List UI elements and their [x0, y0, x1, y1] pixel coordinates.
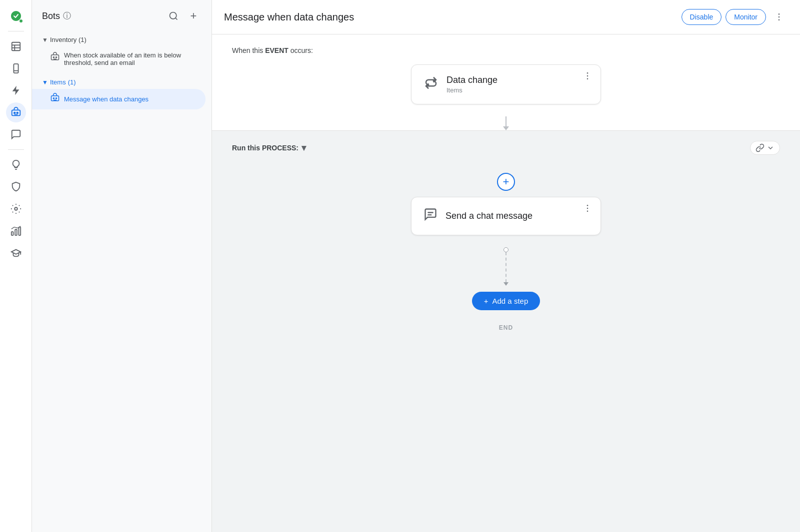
add-step-plus-icon: + [484, 297, 488, 305]
items-arrow-icon: ▼ [42, 79, 48, 86]
svg-rect-11 [15, 229, 17, 235]
inventory-bot-label: When stock available of an item is below… [64, 51, 202, 66]
event-card-menu[interactable] [582, 71, 592, 83]
tree-section-inventory: ▼ Inventory (1) When stock available of … [32, 30, 212, 72]
event-section-label: When this EVENT occurs: [232, 46, 780, 54]
svg-rect-4 [14, 64, 18, 73]
svg-point-25 [778, 19, 780, 21]
connector-line [506, 116, 506, 126]
event-card-title: Data change [446, 75, 590, 85]
end-label: END [499, 324, 513, 331]
nav-lightning-icon[interactable] [6, 80, 26, 100]
chat-message-icon [424, 207, 438, 225]
process-flow: + [232, 163, 780, 331]
svg-point-17 [56, 57, 57, 58]
status-badge [19, 19, 23, 23]
svg-rect-10 [11, 232, 13, 235]
main-actions: Disable Monitor [682, 8, 788, 26]
event-card[interactable]: Data change Items [411, 64, 601, 104]
nav-bots-icon[interactable] [6, 102, 26, 122]
svg-rect-0 [12, 42, 20, 51]
tree-group-inventory[interactable]: ▼ Inventory (1) [32, 32, 212, 47]
sidebar-actions: + [166, 8, 202, 24]
arrow-down-icon: ▼ [42, 36, 48, 43]
info-icon: ⓘ [63, 11, 71, 21]
svg-point-8 [16, 112, 18, 114]
svg-point-31 [587, 208, 588, 209]
canvas: When this EVENT occurs: [212, 34, 800, 532]
main-content: Message when data changes Disable Monito… [212, 0, 800, 532]
svg-line-14 [176, 18, 178, 20]
process-label-text: Run this PROCESS: [232, 144, 298, 152]
event-to-process-connector [232, 116, 780, 130]
add-bot-icon[interactable]: + [186, 8, 202, 24]
svg-point-23 [778, 13, 780, 15]
main-header: Message when data changes Disable Monito… [212, 0, 800, 34]
monitor-button[interactable]: Monitor [726, 9, 766, 25]
event-label-text: When this EVENT occurs: [232, 46, 313, 54]
svg-point-27 [587, 75, 588, 77]
dashed-connector-arrow [504, 282, 508, 286]
items-group-label: Items [50, 78, 66, 86]
link-icon-button[interactable] [750, 141, 780, 155]
disable-button[interactable]: Disable [682, 9, 722, 25]
inventory-bot-item[interactable]: When stock available of an item is below… [32, 47, 212, 70]
add-step-button[interactable]: + Add a step [472, 292, 540, 310]
process-card-title: Send a chat message [446, 211, 590, 221]
svg-point-32 [587, 211, 588, 212]
sidebar-title-text: Bots [42, 11, 60, 21]
tree-section-items: ▼ Items (1) Message when data changes [32, 72, 212, 111]
bot-icon-items [50, 93, 60, 105]
process-section: Run this PROCESS: ▾ [212, 131, 800, 532]
bot-icon-inventory [50, 52, 60, 64]
items-bot-label: Message when data changes [64, 95, 148, 103]
process-card[interactable]: Send a chat message [411, 197, 601, 235]
process-card-menu[interactable] [582, 203, 592, 216]
rail-divider-1 [8, 31, 24, 31]
more-options-button[interactable] [770, 8, 788, 26]
svg-point-7 [14, 112, 15, 114]
svg-point-30 [587, 205, 588, 206]
sidebar: Bots ⓘ + ▼ Inventory (1) [32, 0, 212, 532]
event-section: When this EVENT occurs: [212, 34, 800, 131]
search-icon[interactable] [166, 8, 182, 24]
event-card-content: Data change Items [446, 75, 590, 94]
tree-group-items[interactable]: ▼ Items (1) [32, 74, 212, 89]
dashed-connector [504, 247, 508, 286]
dashed-connector-circle [504, 247, 508, 252]
nav-bulb-icon[interactable] [6, 155, 26, 175]
svg-rect-12 [18, 227, 20, 236]
svg-point-13 [170, 12, 176, 19]
process-controls [750, 141, 780, 155]
inventory-group-label: Inventory (1) [50, 36, 86, 43]
icon-rail [0, 0, 32, 532]
nav-settings-icon[interactable] [6, 199, 26, 219]
process-label: Run this PROCESS: ▾ [232, 142, 306, 153]
sidebar-title: Bots ⓘ [42, 11, 71, 21]
add-step-circle-top[interactable]: + [497, 173, 515, 191]
svg-point-24 [778, 16, 780, 18]
process-header: Run this PROCESS: ▾ [232, 131, 780, 163]
nav-graduation-icon[interactable] [6, 243, 26, 263]
dashed-connector-line [506, 252, 506, 282]
svg-point-26 [587, 72, 588, 74]
nav-shield-icon[interactable] [6, 177, 26, 197]
nav-analytics-icon[interactable] [6, 221, 26, 241]
nav-mobile-icon[interactable] [6, 58, 26, 78]
process-card-content: Send a chat message [446, 211, 590, 221]
svg-point-28 [587, 78, 588, 80]
sidebar-header: Bots ⓘ + [32, 0, 212, 30]
items-bot-active-item[interactable]: Message when data changes [32, 89, 206, 109]
page-title: Message when data changes [224, 11, 354, 23]
nav-table-icon[interactable] [6, 36, 26, 56]
items-count-label: (1) [68, 78, 76, 86]
add-step-label: Add a step [492, 297, 528, 305]
nav-chat-icon[interactable] [6, 124, 26, 144]
event-card-subtitle: Items [446, 86, 590, 94]
svg-point-21 [56, 98, 57, 99]
svg-point-16 [54, 57, 54, 58]
process-dropdown-icon[interactable]: ▾ [302, 142, 306, 153]
data-change-icon [424, 75, 438, 94]
logo-icon[interactable] [6, 6, 26, 26]
svg-point-9 [14, 207, 18, 210]
